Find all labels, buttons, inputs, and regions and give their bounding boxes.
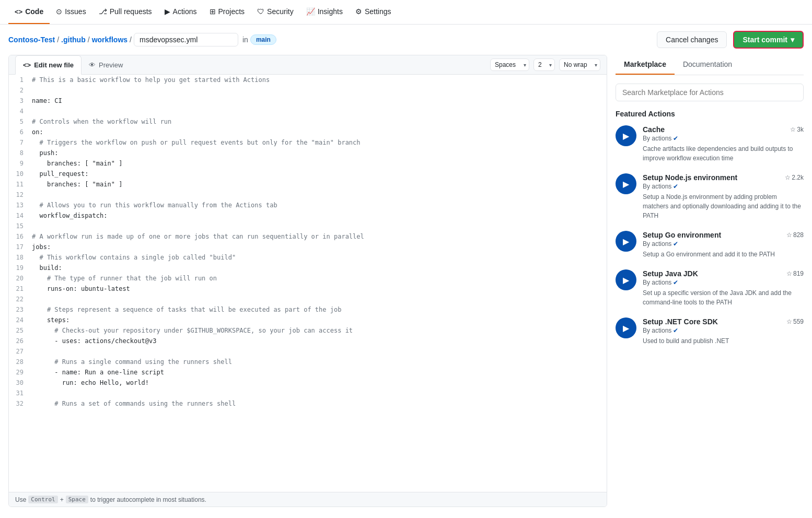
code-line-31: 31	[9, 388, 607, 398]
sidebar-tab-marketplace[interactable]: Marketplace	[616, 55, 675, 75]
sidebar-tabs: Marketplace Documentation	[616, 55, 804, 75]
code-line-24: 24 steps:	[9, 315, 607, 325]
code-line-17: 17jobs:	[9, 242, 607, 252]
cancel-changes-button[interactable]: Cancel changes	[657, 31, 727, 48]
action-item-java: ▶ Setup Java JDK ☆ 819 By actions ✔ Set …	[616, 269, 804, 307]
spaces-select[interactable]: Spaces	[490, 58, 529, 71]
play-icon-java: ▶	[623, 275, 629, 285]
action-icon-java[interactable]: ▶	[616, 269, 636, 290]
editor-toolbar: <> Edit new file 👁 Preview Spaces 2	[9, 55, 607, 75]
nav-insights[interactable]: 📈 Insights	[300, 0, 349, 24]
code-line-28: 28 # Runs a single command using the run…	[9, 357, 607, 367]
breadcrumb: Contoso-Test / .github / workflows / in …	[8, 33, 276, 46]
code-line-5: 5# Controls when the workflow will run	[9, 116, 607, 127]
action-name-java[interactable]: Setup Java JDK	[643, 269, 698, 278]
action-stars-node: ☆ 2.2k	[785, 174, 804, 181]
code-line-9: 9 branches: [ "main" ]	[9, 158, 607, 169]
code-line-15: 15	[9, 221, 607, 231]
nav-projects[interactable]: ⊞ Projects	[203, 0, 251, 24]
play-icon-node: ▶	[623, 179, 629, 189]
action-icon-node[interactable]: ▶	[616, 173, 636, 194]
tab-edit[interactable]: <> Edit new file	[15, 55, 82, 75]
wrap-select[interactable]: No wrap	[559, 58, 600, 71]
code-line-23: 23 # Steps represent a sequence of tasks…	[9, 304, 607, 315]
action-header-dotnet: Setup .NET Core SDK ☆ 559	[643, 317, 804, 326]
code-line-16: 16# A workflow run is made up of one or …	[9, 231, 607, 242]
action-name-go[interactable]: Setup Go environment	[643, 231, 721, 239]
code-line-27: 27	[9, 346, 607, 357]
play-icon-dotnet: ▶	[623, 323, 629, 333]
filename-input[interactable]	[134, 33, 238, 46]
action-name-dotnet[interactable]: Setup .NET Core SDK	[643, 317, 718, 326]
action-icon-dotnet[interactable]: ▶	[616, 317, 636, 338]
code-line-1: 1# This is a basic workflow to help you …	[9, 75, 607, 85]
edit-icon: <>	[23, 61, 31, 69]
action-icon-go[interactable]: ▶	[616, 231, 636, 252]
nav-settings[interactable]: ⚙ Settings	[349, 0, 398, 24]
breadcrumb-workflows[interactable]: workflows	[92, 36, 127, 44]
breadcrumb-sep3: /	[130, 36, 132, 44]
code-area[interactable]: 1# This is a basic workflow to help you …	[9, 75, 607, 492]
action-by-cache: By actions ✔	[643, 135, 804, 142]
nav-issues[interactable]: ⊙ Issues	[50, 0, 92, 24]
nav-code[interactable]: <> Code	[8, 0, 50, 24]
top-nav: <> Code ⊙ Issues ⎇ Pull requests ▶ Actio…	[0, 0, 812, 25]
action-by-node: By actions ✔	[643, 183, 804, 190]
code-line-22: 22	[9, 294, 607, 304]
space-key: Space	[66, 496, 88, 503]
tab-preview[interactable]: 👁 Preview	[82, 55, 130, 74]
code-line-32: 32 # Runs a set of commands using the ru…	[9, 398, 607, 409]
breadcrumb-sep2: /	[88, 36, 90, 44]
action-desc-dotnet: Used to build and publish .NET	[643, 336, 804, 346]
wrap-select-wrapper: No wrap	[559, 58, 600, 71]
code-line-25: 25 # Checks-out your repository under $G…	[9, 325, 607, 336]
action-desc-go: Setup a Go environment and add it to the…	[643, 250, 804, 259]
code-line-4: 4	[9, 106, 607, 116]
sidebar-panel: Marketplace Documentation Featured Actio…	[616, 55, 804, 515]
code-line-6: 6on:	[9, 127, 607, 137]
action-item-go: ▶ Setup Go environment ☆ 828 By actions …	[616, 231, 804, 259]
breadcrumb-github[interactable]: .github	[61, 36, 86, 44]
breadcrumb-repo[interactable]: Contoso-Test	[8, 36, 55, 44]
action-header-go: Setup Go environment ☆ 828	[643, 231, 804, 239]
action-stars-dotnet: ☆ 559	[786, 318, 804, 325]
code-line-8: 8 push:	[9, 148, 607, 158]
action-name-cache[interactable]: Cache	[643, 125, 665, 134]
code-icon: <>	[15, 8, 22, 16]
code-line-12: 12	[9, 190, 607, 200]
actions-icon: ▶	[165, 7, 170, 16]
indent-select[interactable]: 2	[533, 58, 555, 71]
action-name-node[interactable]: Setup Node.js environment	[643, 173, 737, 182]
editor-tabs: <> Edit new file 👁 Preview	[15, 55, 130, 74]
code-line-26: 26 - uses: actions/checkout@v3	[9, 336, 607, 346]
nav-actions[interactable]: ▶ Actions	[158, 0, 203, 24]
action-by-java: By actions ✔	[643, 279, 804, 286]
breadcrumb-actions: Cancel changes Start commit ▾	[657, 31, 804, 49]
play-icon-go: ▶	[623, 237, 629, 246]
action-stars-java: ☆ 819	[786, 270, 804, 277]
code-line-7: 7 # Triggers the workflow on push or pul…	[9, 137, 607, 148]
code-line-30: 30 run: echo Hello, world!	[9, 378, 607, 388]
code-line-19: 19 build:	[9, 263, 607, 273]
action-info-dotnet: Setup .NET Core SDK ☆ 559 By actions ✔ U…	[643, 317, 804, 346]
start-commit-button[interactable]: Start commit ▾	[733, 31, 804, 49]
marketplace-search-input[interactable]	[616, 84, 804, 101]
action-item-dotnet: ▶ Setup .NET Core SDK ☆ 559 By actions ✔…	[616, 317, 804, 346]
action-header-node: Setup Node.js environment ☆ 2.2k	[643, 173, 804, 182]
indent-select-wrapper: 2	[533, 58, 555, 71]
nav-security[interactable]: 🛡 Security	[251, 0, 300, 24]
action-header-cache: Cache ☆ 3k	[643, 125, 804, 134]
main-area: <> Edit new file 👁 Preview Spaces 2	[0, 55, 812, 515]
action-icon-cache[interactable]: ▶	[616, 125, 636, 146]
action-info-cache: Cache ☆ 3k By actions ✔ Cache artifacts …	[643, 125, 804, 163]
code-line-29: 29 - name: Run a one-line script	[9, 367, 607, 378]
code-line-11: 11 branches: [ "main" ]	[9, 179, 607, 190]
insights-icon: 📈	[306, 7, 315, 16]
code-line-18: 18 # This workflow contains a single job…	[9, 252, 607, 263]
nav-pull-requests[interactable]: ⎇ Pull requests	[92, 0, 158, 24]
code-line-2: 2	[9, 85, 607, 96]
action-desc-java: Set up a specific version of the Java JD…	[643, 288, 804, 307]
spaces-select-wrapper: Spaces	[490, 58, 529, 71]
sidebar-tab-documentation[interactable]: Documentation	[675, 55, 740, 75]
in-label: in	[242, 36, 248, 44]
